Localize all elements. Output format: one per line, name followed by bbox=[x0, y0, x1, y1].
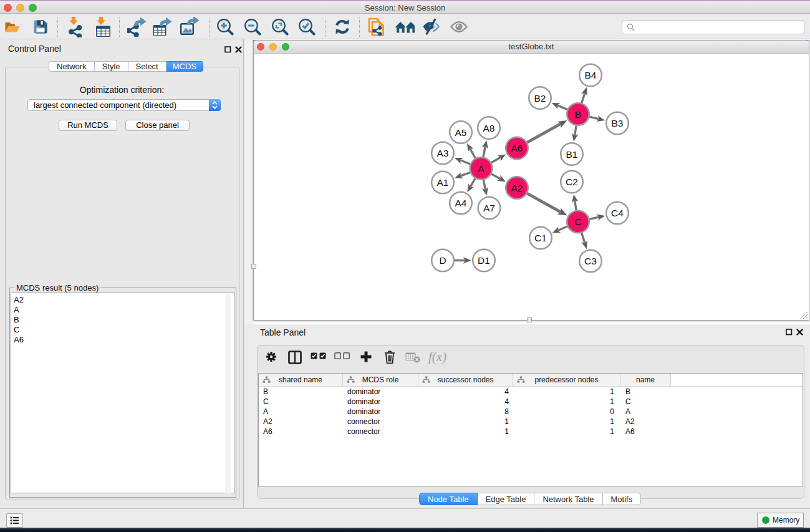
svg-text:A: A bbox=[478, 163, 485, 174]
svg-text:A4: A4 bbox=[455, 198, 467, 208]
svg-text:A5: A5 bbox=[455, 127, 467, 138]
svg-text:C: C bbox=[574, 216, 581, 227]
svg-text:B: B bbox=[575, 109, 581, 120]
svg-text:A3: A3 bbox=[437, 148, 449, 158]
svg-text:D1: D1 bbox=[478, 255, 490, 266]
svg-text:C3: C3 bbox=[584, 256, 597, 266]
svg-text:C2: C2 bbox=[566, 177, 578, 187]
svg-text:C4: C4 bbox=[611, 208, 624, 218]
svg-text:A6: A6 bbox=[511, 143, 523, 153]
svg-text:A1: A1 bbox=[437, 177, 449, 188]
svg-text:A8: A8 bbox=[483, 123, 495, 133]
svg-text:C1: C1 bbox=[534, 233, 547, 243]
svg-text:B4: B4 bbox=[585, 70, 597, 80]
svg-text:B3: B3 bbox=[612, 118, 624, 128]
svg-text:A2: A2 bbox=[511, 183, 523, 193]
svg-text:B1: B1 bbox=[566, 149, 578, 160]
svg-text:D: D bbox=[439, 255, 446, 266]
svg-text:B2: B2 bbox=[534, 93, 546, 104]
svg-text:A7: A7 bbox=[483, 203, 495, 213]
